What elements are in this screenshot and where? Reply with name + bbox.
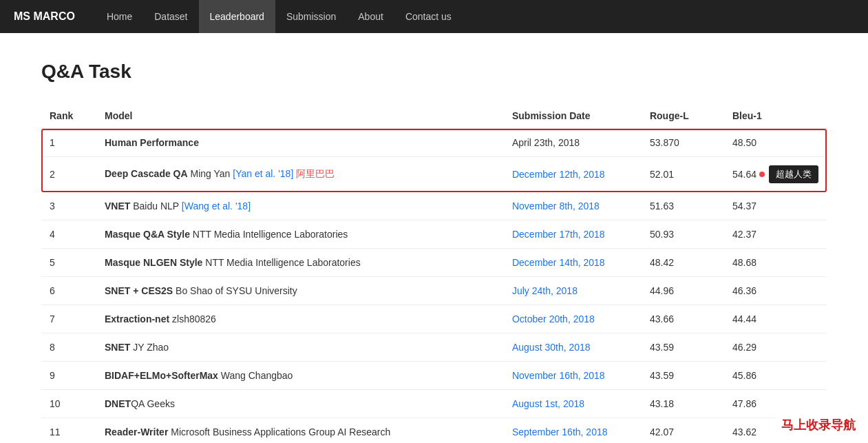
cell-rank: 3 bbox=[41, 192, 96, 220]
cell-rouge: 43.59 bbox=[642, 362, 724, 390]
table-row: 7Extraction-net zlsh80826October 20th, 2… bbox=[41, 305, 827, 333]
main-content: Q&A Task Rank Model Submission Date Roug… bbox=[0, 33, 868, 443]
model-name: Human Performance bbox=[105, 137, 199, 148]
cell-date[interactable]: September 16th, 2018 bbox=[504, 418, 642, 444]
cell-date[interactable]: November 16th, 2018 bbox=[504, 362, 642, 390]
cell-model: Masque NLGEN Style NTT Media Intelligenc… bbox=[96, 249, 504, 277]
model-name: Deep Cascade QA bbox=[105, 168, 188, 179]
date-link[interactable]: August 1st, 2018 bbox=[512, 398, 584, 409]
navbar: MS MARCO Home Dataset Leaderboard Submis… bbox=[0, 0, 868, 33]
cell-date[interactable]: December 14th, 2018 bbox=[504, 249, 642, 277]
cell-model: Extraction-net zlsh80826 bbox=[96, 305, 504, 333]
model-name: SNET bbox=[105, 342, 130, 353]
cell-date[interactable]: December 17th, 2018 bbox=[504, 220, 642, 249]
table-row: 3VNET Baidu NLP [Wang et al. '18]Novembe… bbox=[41, 192, 827, 220]
model-org: NTT Media Intelligence Laboratories bbox=[190, 229, 348, 240]
cell-bleu: 48.68 bbox=[724, 249, 827, 277]
date-link[interactable]: December 14th, 2018 bbox=[512, 257, 605, 268]
nav-link-submission[interactable]: Submission bbox=[275, 0, 347, 33]
header-bleu: Bleu-1 bbox=[724, 103, 827, 129]
cell-date[interactable]: October 20th, 2018 bbox=[504, 305, 642, 333]
cell-model: Masque Q&A Style NTT Media Intelligence … bbox=[96, 220, 504, 249]
cell-model: SNET + CES2S Bo Shao of SYSU University bbox=[96, 277, 504, 305]
nav-item-home[interactable]: Home bbox=[96, 0, 143, 33]
cell-model: VNET Baidu NLP [Wang et al. '18] bbox=[96, 192, 504, 220]
date-link[interactable]: August 30th, 2018 bbox=[512, 342, 591, 353]
date-link[interactable]: September 16th, 2018 bbox=[512, 426, 608, 437]
red-dot-icon bbox=[759, 172, 765, 177]
cell-rank: 2 bbox=[41, 157, 96, 192]
nav-item-leaderboard[interactable]: Leaderboard bbox=[199, 0, 275, 33]
nav-link-leaderboard[interactable]: Leaderboard bbox=[199, 0, 275, 33]
date-link[interactable]: December 12th, 2018 bbox=[512, 169, 605, 180]
brand: MS MARCO bbox=[14, 10, 75, 23]
table-row: 6SNET + CES2S Bo Shao of SYSU University… bbox=[41, 277, 827, 305]
cell-rank: 9 bbox=[41, 362, 96, 390]
cell-bleu: 46.29 bbox=[724, 333, 827, 362]
model-org: Baidu NLP bbox=[130, 200, 181, 212]
cell-bleu: 54.37 bbox=[724, 192, 827, 220]
header-date: Submission Date bbox=[504, 103, 642, 129]
model-org: Microsoft Business Applications Group AI… bbox=[168, 426, 390, 437]
cell-model: Reader-Writer Microsoft Business Applica… bbox=[96, 418, 504, 444]
cell-rank: 4 bbox=[41, 220, 96, 249]
nav-link-home[interactable]: Home bbox=[96, 0, 143, 33]
cell-rank: 11 bbox=[41, 418, 96, 444]
model-name: SNET + CES2S bbox=[105, 285, 173, 296]
nav-link-about[interactable]: About bbox=[347, 0, 394, 33]
cell-bleu: 54.64超越人类 bbox=[724, 157, 827, 192]
model-org: JY Zhao bbox=[130, 342, 169, 353]
table-body: 1Human PerformanceApril 23th, 201853.870… bbox=[41, 129, 827, 444]
model-name: DNET bbox=[105, 398, 131, 409]
nav-item-dataset[interactable]: Dataset bbox=[143, 0, 198, 33]
page-title: Q&A Task bbox=[41, 61, 827, 83]
model-chinese-label: 阿里巴巴 bbox=[293, 168, 335, 179]
cell-rank: 7 bbox=[41, 305, 96, 333]
model-org: Wang Changbao bbox=[218, 370, 293, 381]
cell-rank: 1 bbox=[41, 129, 96, 157]
leaderboard-table-wrapper: Rank Model Submission Date Rouge-L Bleu-… bbox=[41, 103, 827, 443]
model-org: zlsh80826 bbox=[169, 313, 216, 324]
table-row: 10DNETQA GeeksAugust 1st, 201843.1847.86 bbox=[41, 390, 827, 418]
cell-rouge: 51.63 bbox=[642, 192, 724, 220]
cell-rouge: 43.66 bbox=[642, 305, 724, 333]
cell-bleu: 48.50 bbox=[724, 129, 827, 157]
date-link[interactable]: November 8th, 2018 bbox=[512, 200, 600, 212]
table-row: 5Masque NLGEN Style NTT Media Intelligen… bbox=[41, 249, 827, 277]
cell-date[interactable]: August 1st, 2018 bbox=[504, 390, 642, 418]
model-name: Extraction-net bbox=[105, 313, 169, 324]
model-name: Masque Q&A Style bbox=[105, 229, 190, 240]
cell-rouge: 52.01 bbox=[642, 157, 724, 192]
cell-bleu: 46.36 bbox=[724, 277, 827, 305]
cell-rouge: 43.59 bbox=[642, 333, 724, 362]
cell-bleu: 42.37 bbox=[724, 220, 827, 249]
nav-item-contact[interactable]: Contact us bbox=[394, 0, 463, 33]
model-org: QA Geeks bbox=[131, 398, 175, 409]
cell-rank: 5 bbox=[41, 249, 96, 277]
cell-model: SNET JY Zhao bbox=[96, 333, 504, 362]
table-row: 4Masque Q&A Style NTT Media Intelligence… bbox=[41, 220, 827, 249]
cell-date[interactable]: November 8th, 2018 bbox=[504, 192, 642, 220]
table-header: Rank Model Submission Date Rouge-L Bleu-… bbox=[41, 103, 827, 129]
nav-item-about[interactable]: About bbox=[347, 0, 394, 33]
cell-model: Deep Cascade QA Ming Yan [Yan et al. '18… bbox=[96, 157, 504, 192]
cell-bleu: 44.44 bbox=[724, 305, 827, 333]
model-org: Ming Yan bbox=[188, 168, 233, 179]
model-org: Bo Shao of SYSU University bbox=[173, 285, 297, 296]
model-citation-link[interactable]: [Wang et al. '18] bbox=[182, 200, 251, 212]
date-link[interactable]: October 20th, 2018 bbox=[512, 313, 595, 324]
model-name: VNET bbox=[105, 200, 130, 212]
cell-date[interactable]: December 12th, 2018 bbox=[504, 157, 642, 192]
date-link[interactable]: July 24th, 2018 bbox=[512, 285, 578, 296]
cell-date[interactable]: July 24th, 2018 bbox=[504, 277, 642, 305]
cell-rank: 10 bbox=[41, 390, 96, 418]
nav-link-dataset[interactable]: Dataset bbox=[143, 0, 198, 33]
nav-item-submission[interactable]: Submission bbox=[275, 0, 347, 33]
date-link[interactable]: November 16th, 2018 bbox=[512, 370, 605, 381]
nav-menu: Home Dataset Leaderboard Submission Abou… bbox=[96, 0, 463, 33]
date-link[interactable]: December 17th, 2018 bbox=[512, 229, 605, 240]
cell-date[interactable]: August 30th, 2018 bbox=[504, 333, 642, 362]
nav-link-contact[interactable]: Contact us bbox=[394, 0, 463, 33]
cell-rouge: 48.42 bbox=[642, 249, 724, 277]
model-citation-link[interactable]: [Yan et al. '18] bbox=[233, 168, 293, 179]
